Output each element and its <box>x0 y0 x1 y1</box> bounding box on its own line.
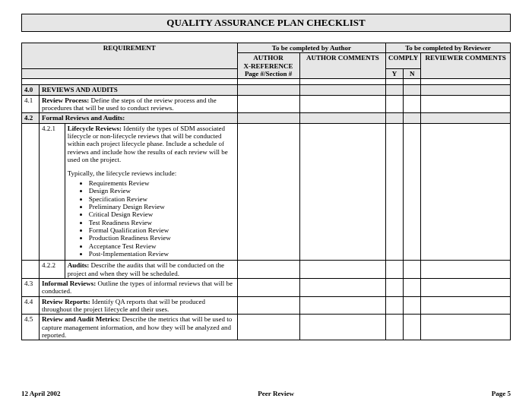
list-item: Post-Implementation Review <box>89 250 235 258</box>
row-4-2: 4.2 Formal Reviews and Audits: <box>22 113 511 123</box>
sec-num: 4.0 <box>22 85 40 95</box>
hdr-y: Y <box>386 69 404 79</box>
section-4-0: 4.0 REVIEWS AND AUDITS <box>22 85 511 95</box>
hdr-reviewer-comments: REVIEWER COMMENTS <box>421 53 511 79</box>
list-item: Test Readiness Review <box>89 219 235 226</box>
r421-body2: Typically, the lifecycle reviews include… <box>68 169 176 177</box>
r43-text: Informal Reviews: Outline the types of i… <box>40 278 238 296</box>
page-footer: 12 April 2002 Peer Review Page 5 <box>21 390 511 397</box>
list-item: Specification Review <box>89 195 235 203</box>
row-4-2-2: 4.2.2 Audits: Describe the audits that w… <box>22 261 511 279</box>
blank-row <box>22 79 511 85</box>
footer-center: Peer Review <box>258 390 294 397</box>
r422-body: Describe the audits that will be conduct… <box>68 261 224 277</box>
r45-num: 4.5 <box>22 315 40 340</box>
r421-label: Lifecycle Reviews: <box>68 125 122 132</box>
list-item: Design Review <box>89 187 235 194</box>
r421-num: 4.2.1 <box>40 123 65 261</box>
hdr-ref1: AUTHOR <box>253 54 283 62</box>
r41-label: Review Process: <box>42 96 89 104</box>
r43-label: Informal Reviews: <box>42 280 96 287</box>
hdr-reviewer-group: To be completed by Reviewer <box>386 43 511 53</box>
r45-text: Review and Audit Metrics: Describe the m… <box>40 315 238 340</box>
r43-num: 4.3 <box>22 278 40 296</box>
header-group-row: REQUIREMENT To be completed by Author To… <box>22 43 511 53</box>
r421-bullets: Requirements Review Design Review Specif… <box>89 179 235 258</box>
r44-num: 4.4 <box>22 296 40 315</box>
r421-text: Lifecycle Reviews: Identify the types of… <box>65 123 237 261</box>
r41-text: Review Process: Define the steps of the … <box>40 95 238 113</box>
hdr-ref2: X-REFERENCE <box>244 62 293 70</box>
list-item: Critical Design Review <box>89 210 235 218</box>
row-4-4: 4.4 Review Reports: Identify QA reports … <box>22 296 511 315</box>
list-item: Preliminary Design Review <box>89 203 235 210</box>
row-4-1: 4.1 Review Process: Define the steps of … <box>22 95 511 113</box>
hdr-author-group: To be completed by Author <box>237 43 385 53</box>
r422-num: 4.2.2 <box>40 261 65 279</box>
footer-date: 12 April 2002 <box>21 390 61 397</box>
hdr-requirement: REQUIREMENT <box>22 43 238 69</box>
hdr-author-ref: AUTHOR X-REFERENCE Page #/Section # <box>237 53 299 79</box>
hdr-ref3: Page #/Section # <box>245 70 293 77</box>
r41-num: 4.1 <box>22 95 40 113</box>
list-item: Acceptance Test Review <box>89 242 235 250</box>
r421-blank <box>22 123 40 261</box>
hdr-req-blank <box>22 69 238 79</box>
r422-text: Audits: Describe the audits that will be… <box>65 261 237 279</box>
row-4-2-1: 4.2.1 Lifecycle Reviews: Identify the ty… <box>22 123 511 261</box>
list-item: Formal Qualification Review <box>89 226 235 234</box>
r45-label: Review and Audit Metrics: <box>42 315 120 323</box>
r422-label: Audits: <box>68 261 90 269</box>
page-title: QUALITY ASSURANCE PLAN CHECKLIST <box>21 14 511 32</box>
list-item: Production Readiness Review <box>89 234 235 242</box>
checklist-table: REQUIREMENT To be completed by Author To… <box>21 43 511 340</box>
hdr-n: N <box>404 69 421 79</box>
hdr-comply: COMPLY <box>386 53 421 69</box>
row-4-3: 4.3 Informal Reviews: Outline the types … <box>22 278 511 296</box>
list-item: Requirements Review <box>89 179 235 187</box>
r44-text: Review Reports: Identify QA reports that… <box>40 296 238 315</box>
r42-num: 4.2 <box>22 113 40 123</box>
r42-label: Formal Reviews and Audits: <box>40 113 238 123</box>
row-4-5: 4.5 Review and Audit Metrics: Describe t… <box>22 315 511 340</box>
footer-page: Page 5 <box>492 390 511 397</box>
sec-title: REVIEWS AND AUDITS <box>40 85 238 95</box>
hdr-author-comments: AUTHOR COMMENTS <box>299 53 385 79</box>
r44-label: Review Reports: <box>42 298 90 305</box>
